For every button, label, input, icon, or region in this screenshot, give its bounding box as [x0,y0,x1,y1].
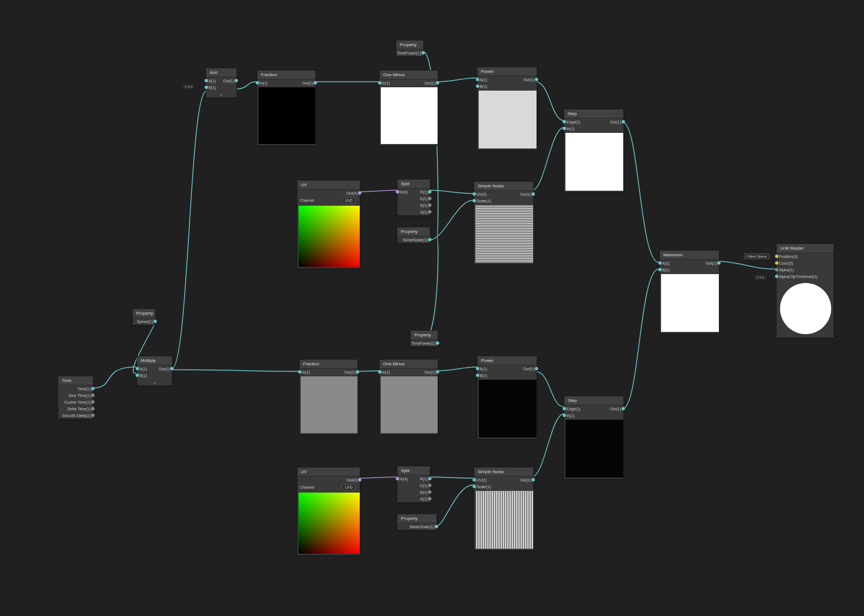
node-title: Unlit Master [777,244,833,253]
node-title: Property [133,309,155,318]
port-in-b[interactable] [136,374,139,377]
port-out[interactable] [717,261,721,265]
port-out-g[interactable] [428,197,431,200]
node-add[interactable]: Add A(1)Out(1) B(1) ⌄ [206,68,237,98]
port-out-b[interactable] [428,490,431,494]
node-simple-noise-1[interactable]: Simple Noise UV(2)Out(1) Scale(1) [474,181,534,265]
port-out[interactable] [358,191,361,195]
port-in-uv[interactable] [473,192,476,196]
port-out[interactable] [314,81,317,85]
port-out[interactable] [532,478,535,481]
port-in-b[interactable] [205,86,208,89]
port-in-position[interactable] [775,255,778,258]
port-out[interactable] [91,387,95,390]
port-out-r[interactable] [428,477,431,480]
port-out[interactable] [436,370,439,374]
chevron-down-icon[interactable]: ⌄ [206,91,236,97]
node-property-timepower-2[interactable]: Property TimePower(1) [410,330,438,347]
port-out[interactable] [436,341,439,345]
port-out-a[interactable] [428,210,431,213]
node-property-noisescale-1[interactable]: Property NoiseScale(1) [397,227,430,244]
port-in-a[interactable] [658,261,662,265]
port-in-color[interactable] [775,261,778,265]
port-out[interactable] [235,79,238,82]
port-in[interactable] [298,370,301,374]
port-in-b[interactable] [476,374,479,377]
node-property-speed[interactable]: Property Speed(1) [132,309,156,325]
port-in-alphaclip[interactable] [775,275,778,278]
port-in-scale[interactable] [473,485,476,488]
node-multiply[interactable]: Multiply A(1)Out(1) B(1) ⌄ [137,356,172,386]
uv-channel-dropdown[interactable]: UV0 [342,484,355,490]
preview [479,91,537,148]
node-uv-1[interactable]: UV Out(4) Channel UV0 [297,180,360,269]
node-fraction-1[interactable]: Fraction In(1)Out(1) [257,70,316,146]
port-out[interactable] [170,367,173,370]
port-out[interactable] [435,525,438,528]
preview [259,87,315,144]
port-in-alpha[interactable] [775,268,778,271]
node-uv-2[interactable]: UV Out(4) Channel UV0 [297,467,360,555]
port-out[interactable] [358,478,361,481]
node-power-1[interactable]: Power A(1)Out(1) B(1) [477,67,537,150]
port-in-in[interactable] [563,414,566,417]
port-in-edge[interactable] [563,407,566,410]
port-out[interactable] [436,81,439,85]
node-step-2[interactable]: Step Edge(1)Out(1) In(1) [564,396,624,479]
port-in-edge[interactable] [563,120,566,123]
node-one-minus-1[interactable]: One Minus In(1)Out(1) [379,70,438,146]
port-out[interactable] [535,78,538,81]
node-title: Power [478,67,537,76]
master-alphaclip-field[interactable]: X 0.5 [754,275,766,280]
port-in-b[interactable] [476,85,479,88]
node-step-1[interactable]: Step Edge(1)Out(1) In(1) [564,109,624,192]
node-title: One Minus [380,71,438,80]
port-in-uv[interactable] [473,478,476,481]
port-out[interactable] [91,394,95,397]
port-in-a[interactable] [136,367,139,370]
node-property-noisescale-2[interactable]: Property NoiseScale(1) [397,514,437,530]
chevron-down-icon[interactable]: ⌄ [137,379,172,385]
port-in-a[interactable] [476,367,479,370]
port-in-a[interactable] [205,79,208,82]
node-simple-noise-2[interactable]: Simple Noise UV(2)Out(1) Scale(1) [474,467,534,550]
add-x-field[interactable]: X 0.5 [182,84,195,90]
node-one-minus-2[interactable]: One Minus In(1)Out(1) [379,359,438,435]
port-in[interactable] [396,477,399,480]
node-property-timepower-1[interactable]: Property TimePower(1) [396,40,424,57]
port-out[interactable] [535,367,538,370]
node-maximum[interactable]: Maximum A(1)Out(1) B(1) [659,250,719,334]
port-in[interactable] [378,370,381,374]
port-in-a[interactable] [476,78,479,81]
port-out[interactable] [153,320,157,323]
port-out[interactable] [428,238,431,241]
port-out[interactable] [91,407,95,410]
node-split-1[interactable]: Split In(4)R(1) G(1) B(1) A(1) [397,179,430,216]
port-in[interactable] [396,190,399,193]
port-in-b[interactable] [658,268,662,271]
node-fraction-2[interactable]: Fraction In(1)Out(1) [299,359,358,435]
node-unlit-master[interactable]: Unlit Master Position(3) Color(3) Alpha(… [776,244,834,338]
port-out-r[interactable] [428,190,431,193]
port-out[interactable] [622,407,625,410]
node-title: Fraction [257,71,315,80]
port-in-scale[interactable] [473,199,476,202]
port-in[interactable] [378,81,381,85]
port-out[interactable] [622,120,625,123]
port-out[interactable] [91,414,95,417]
master-space-dropdown[interactable]: Object Space [744,254,769,259]
port-out-g[interactable] [428,484,431,487]
port-out-a[interactable] [428,497,431,500]
node-time[interactable]: Time Time(1) Sine Time(1) Cosine Time(1)… [58,376,93,419]
port-in-in[interactable] [563,127,566,130]
port-out[interactable] [91,400,95,404]
port-out[interactable] [532,192,535,196]
uv-channel-dropdown[interactable]: UV0 [342,197,355,203]
node-power-2[interactable]: Power A(1)Out(1) B(1) [477,356,537,439]
node-split-2[interactable]: Split In(4)R(1) G(1) B(1) A(1) [397,466,430,503]
port-out[interactable] [356,370,359,374]
preview [381,376,438,433]
port-out-b[interactable] [428,203,431,207]
port-out[interactable] [421,51,425,54]
port-in[interactable] [256,81,259,85]
